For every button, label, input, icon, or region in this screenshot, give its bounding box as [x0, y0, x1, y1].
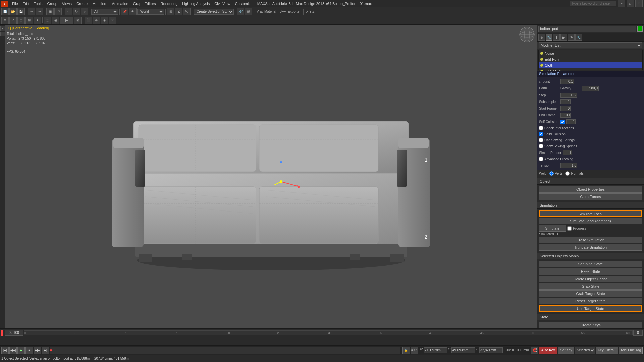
object-name-input[interactable] [538, 26, 636, 32]
simulate-local-damped-btn[interactable]: Simulate Local (damped) [539, 218, 642, 224]
menu-civil[interactable]: Civil View [212, 1, 232, 6]
tension-input[interactable] [560, 163, 577, 168]
undo-btn[interactable]: ↩ [28, 8, 35, 15]
tab-motion[interactable]: ▶ [560, 34, 567, 41]
pin-stack-btn[interactable]: 📌 [121, 8, 128, 15]
t2-btn9[interactable]: ⬛ [85, 17, 92, 24]
t2-btn4[interactable]: ⊞ [25, 17, 33, 24]
search-input[interactable] [570, 1, 616, 6]
menu-tools[interactable]: Tools [32, 1, 45, 6]
weld-normals-radio[interactable] [565, 171, 570, 176]
state-section-header[interactable]: State [537, 314, 644, 320]
set-key-btn[interactable]: Set Key [558, 347, 574, 354]
selected-objects-header[interactable]: Selected Objects Manip [537, 253, 644, 259]
sim-on-render-input[interactable] [563, 150, 572, 155]
menu-modifiers[interactable]: Modifiers [90, 1, 109, 6]
tab-display[interactable]: 👁 [568, 34, 575, 41]
menu-views[interactable]: Views [60, 1, 74, 6]
weld-verts-radio[interactable] [549, 171, 554, 176]
scale-btn[interactable]: ⤢ [81, 8, 88, 15]
menu-lighting[interactable]: Lighting Analysis [180, 1, 212, 6]
next-frame-btn[interactable]: ▶| [42, 347, 49, 354]
minimize-btn[interactable]: − [618, 0, 625, 7]
modifier-item-cloth[interactable]: Cloth [539, 62, 642, 68]
stop-btn[interactable]: ■ [25, 347, 33, 354]
object-section-header[interactable]: Object [537, 178, 644, 185]
prev-frame-btn[interactable]: |◀ [1, 347, 9, 354]
menu-rendering[interactable]: Rendering [159, 1, 180, 6]
t2-btn7[interactable]: ◉ [52, 17, 59, 24]
shading-dropdown[interactable]: World [137, 9, 164, 15]
cloth-forces-btn[interactable]: Cloth Forces [539, 193, 642, 200]
new-btn[interactable]: 📄 [1, 8, 9, 15]
grab-target-state-btn[interactable]: Grab Target State [539, 290, 642, 297]
viewport-mode-btn[interactable]: 👁 [129, 8, 137, 15]
menu-graph-editors[interactable]: Graph Editors [131, 1, 158, 6]
start-frame-input[interactable] [560, 106, 571, 111]
viewport-sphere[interactable] [519, 26, 535, 43]
set-initial-state-btn[interactable]: Set Initial State [539, 261, 642, 267]
t2-btn10[interactable]: ⊕ [93, 17, 100, 24]
menu-create[interactable]: Create [74, 1, 90, 6]
t2-btn1[interactable]: ⊕ [1, 17, 9, 24]
timeline-bar[interactable]: 0 5 10 15 20 25 30 35 40 45 50 55 60 [24, 330, 633, 335]
rotate-btn[interactable]: ↻ [73, 8, 80, 15]
select-region-btn[interactable]: ⬚ [54, 8, 62, 15]
snap-3d-btn[interactable]: ⊞ [167, 8, 174, 15]
modifier-item-noise[interactable]: Noise [539, 50, 642, 56]
erase-simulation-btn[interactable]: Erase Simulation [539, 237, 642, 243]
save-btn[interactable]: 💾 [17, 8, 25, 15]
delete-object-cache-btn[interactable]: Delete Object Cache [539, 276, 642, 282]
tab-create[interactable]: ⊕ [538, 34, 545, 41]
subsample-input[interactable] [560, 99, 571, 104]
advanced-pinching-check[interactable] [539, 157, 543, 161]
self-collision-check[interactable] [560, 120, 565, 124]
auto-key-btn[interactable]: Auto Key [539, 347, 557, 354]
sim-params-header[interactable]: Simulation Parameters [537, 71, 644, 77]
snap-toggle-btn[interactable]: 🧲 [531, 347, 538, 354]
link-btn[interactable]: 🔗 [237, 8, 244, 15]
t2-btn8[interactable]: ⊠ [74, 17, 82, 24]
modifier-list-dropdown[interactable]: Modifier List [539, 42, 642, 48]
check-intersections-check[interactable] [539, 126, 543, 130]
simulate-local-btn[interactable]: Simulate Local [539, 210, 642, 217]
percent-snap-btn[interactable]: % [183, 8, 191, 15]
menu-customize[interactable]: Customize [233, 1, 255, 6]
use-target-state-btn[interactable]: Use Target State [539, 305, 642, 312]
reset-state-btn[interactable]: Reset State [539, 268, 642, 275]
select-obj-btn[interactable]: ▣ [46, 8, 54, 15]
grab-state-btn[interactable]: Grab State [539, 283, 642, 290]
frame-range-input[interactable] [5, 330, 23, 336]
rewind-btn[interactable]: ◀◀ [9, 347, 17, 354]
transform-btn[interactable]: ↔ [65, 8, 72, 15]
simulation-section-header[interactable]: Simulation [537, 202, 644, 209]
cm-unit-input[interactable] [560, 79, 574, 84]
coord-system-dropdown[interactable]: All [91, 9, 118, 15]
redo-btn[interactable]: ↪ [36, 8, 43, 15]
progress-check[interactable] [567, 226, 572, 231]
select-filter-dropdown[interactable]: Create Selection Sc... [194, 9, 234, 15]
menu-group[interactable]: Group [45, 1, 59, 6]
menu-file[interactable]: File [10, 1, 20, 6]
menu-edit[interactable]: Edit [21, 1, 31, 6]
t2-btn5[interactable]: ✦ [34, 17, 41, 24]
t2-btn3[interactable]: ⊡ [17, 17, 25, 24]
play-btn[interactable]: ▶ [17, 347, 25, 354]
z-coord-input[interactable] [479, 347, 503, 353]
modifier-item-editpoly[interactable]: Edit Poly [539, 56, 642, 62]
close-btn[interactable]: × [635, 0, 643, 7]
t2-btn12[interactable]: ⧖ [109, 17, 116, 24]
t2-render-btn[interactable]: ▶ [60, 17, 73, 24]
reset-target-state-btn[interactable]: Reset Target State [539, 298, 642, 304]
object-color-swatch[interactable] [637, 26, 643, 32]
solid-collision-check[interactable] [539, 132, 543, 136]
coord-display-btn[interactable]: XYZ [411, 347, 418, 354]
y-coord-input[interactable] [451, 347, 475, 353]
selected-dropdown[interactable]: Selected [575, 347, 595, 354]
object-properties-btn[interactable]: Object Properties [539, 186, 642, 193]
create-keys-btn[interactable]: Create Keys [539, 322, 642, 328]
truncate-simulation-btn[interactable]: Truncate Simulation [539, 244, 642, 251]
t2-btn2[interactable]: ↗ [9, 17, 17, 24]
tab-utilities[interactable]: 🔧 [575, 34, 582, 41]
add-time-tag-btn[interactable]: Add Time Tag [619, 347, 643, 354]
